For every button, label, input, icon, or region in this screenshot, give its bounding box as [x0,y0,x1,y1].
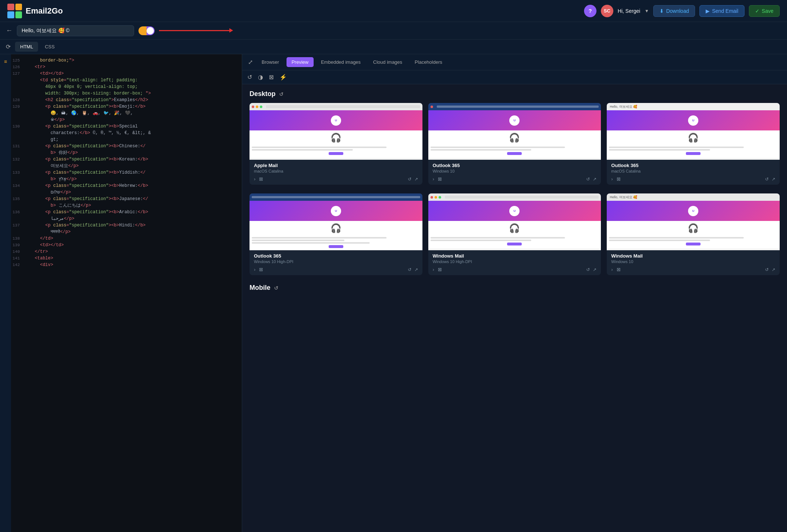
card-reload-icon[interactable]: ↺ [408,267,411,272]
mock-address-bar [266,105,420,108]
card-chevron-icon[interactable]: › [611,267,613,272]
history-button[interactable]: ⟳ [3,42,14,52]
desktop-preview-grid: U 🎧 [250,103,780,185]
mock-header: Hello, 여보세요 🥰 [607,193,780,201]
preview-content: Desktop ↺ [242,84,787,532]
code-line: שלום</p> [11,189,242,196]
code-line: 130 <p class="specification"><b>Special [11,123,242,130]
tab-css[interactable]: CSS [40,42,60,52]
card-reload-icon[interactable]: ↺ [408,177,411,182]
save-button[interactable]: ✓ Save [749,5,780,17]
mock-body: U 🎧 [428,201,601,250]
subject-bar: ← [0,22,787,40]
card-chevron-icon[interactable]: › [433,267,434,272]
card-expand-icon[interactable]: ⊠ [438,176,442,182]
amp-icon[interactable]: ⚡ [280,74,287,81]
preview-tab-embedded[interactable]: Embedded images [316,57,366,67]
card-expand-icon[interactable]: ⊠ [438,267,442,272]
theme-toggle[interactable] [138,26,155,35]
mock-dot-red [431,106,433,108]
mock-email: U 🎧 [428,103,601,160]
code-line: b> אַלץ</p> [11,176,242,182]
card-open-icon[interactable]: ↗ [414,177,418,182]
mock-body: U 🎧 [250,201,422,250]
mock-body: U 🎧 [607,110,780,160]
card-subtitle: Windows 10 [611,259,775,264]
mock-header [250,103,422,110]
red-arrow [159,30,232,31]
mock-hero: U [250,201,422,221]
card-expand-icon[interactable]: ⊠ [617,267,621,272]
mock-text-line [431,240,532,241]
mock-hero: U [250,110,422,130]
dark-mode-icon[interactable]: ◑ [258,74,263,81]
card-subtitle: Windows 10 High-DPI [433,259,597,264]
reload-icon[interactable]: ↺ [247,74,252,81]
card-expand-icon[interactable]: ⊠ [259,176,263,182]
card-reload-icons: ↺ ↗ [586,177,596,182]
card-chevron-icon[interactable]: › [433,176,434,182]
card-title: Outlook 365 [611,163,775,168]
card-reload-icon[interactable]: ↺ [586,267,590,272]
card-actions: › ⊠ ↺ ↗ [607,175,780,185]
back-button[interactable]: ← [6,27,12,34]
code-line: b> 你好</p> [11,149,242,156]
preview-tab-browser[interactable]: Browser [256,57,284,67]
help-button[interactable]: ? [584,5,596,17]
preview-tab-cloud[interactable]: Cloud images [368,57,407,67]
download-button[interactable]: ⬇ Download [653,5,695,17]
card-reload-icon[interactable]: ↺ [586,177,590,182]
mock-cta-btn [329,245,343,248]
card-open-icon[interactable]: ↗ [593,177,596,182]
sidebar-list-icon[interactable]: ≡ [3,57,8,66]
code-line: 138 </td> [11,235,242,242]
card-image: Hello, 여보세요 🥰 U 🎧 [607,193,780,250]
card-expand-icon[interactable]: ⊠ [259,267,263,272]
user-greeting[interactable]: Hi, Sergei [618,8,640,14]
preview-tab-preview[interactable]: Preview [287,57,314,67]
card-action-icons: › ⊠ [433,267,442,272]
card-chevron-icon[interactable]: › [254,176,255,182]
card-open-icon[interactable]: ↗ [772,177,775,182]
preview-card-windows-mail-win10: Hello, 여보세요 🥰 U 🎧 [607,193,780,275]
mock-text-line [609,237,744,239]
mock-text-line [609,149,710,151]
card-chevron-icon[interactable]: › [611,176,613,182]
mock-email: U 🎧 [428,193,601,250]
mock-header-outlook [428,103,601,110]
image-off-icon[interactable]: ⊠ [269,74,274,81]
card-open-icon[interactable]: ↗ [414,267,418,272]
code-line: <td style="text-align: left; padding: [11,77,242,84]
tab-html[interactable]: HTML [15,42,38,52]
mock-bar [252,196,420,198]
card-subtitle: macOS Catalina [254,169,418,173]
card-subtitle: Windows 10 High-DPI [254,259,418,264]
logo-cell-orange [15,4,22,11]
card-expand-icon[interactable]: ⊠ [617,176,621,182]
card-info: Windows Mail Windows 10 [607,250,780,265]
preview-tab-placeholders[interactable]: Placeholders [410,57,447,67]
code-line: 139 <td></td> [11,242,242,248]
subject-input[interactable] [17,25,134,36]
mock-text-line [609,240,710,241]
expand-button[interactable]: ⤢ [247,57,254,67]
send-email-button[interactable]: ▶ Send Email [699,5,744,17]
code-line: 133 <p class="specification"><b>Yiddish:… [11,169,242,176]
mock-cta-btn [507,152,522,155]
card-action-icons: › ⊠ [254,267,263,272]
mock-dot-red [252,106,254,108]
card-reload-icon[interactable]: ↺ [765,267,769,272]
code-line: 126 <tr> [11,64,242,70]
mobile-section-title: Mobile [250,284,270,292]
mock-email: U 🎧 [250,103,422,160]
card-chevron-icon[interactable]: › [254,267,255,272]
code-line: 😀, 🏔, 🌎, 🦉, 🚗, 🐦, 🎉, 🖤, [11,110,242,117]
card-reload-icon[interactable]: ↺ [765,177,769,182]
card-open-icon[interactable]: ↗ [593,267,596,272]
card-open-icon[interactable]: ↗ [772,267,775,272]
mock-product: 🎧 [607,130,780,145]
code-line: ※</p> [11,117,242,123]
code-area: 125 border-box;"> 126 <tr> 127 <td></td>… [11,54,242,271]
mock-headphone: 🎧 [688,133,699,143]
main-layout: ≡ 125 border-box;"> 126 <tr> 127 <td></t… [0,54,787,532]
